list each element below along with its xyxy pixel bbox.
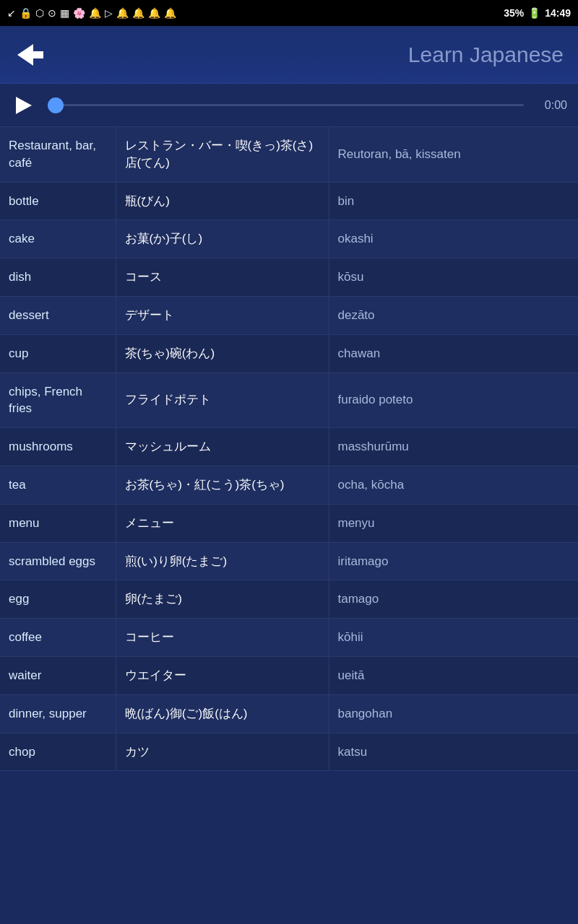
english-word: cake [0, 220, 116, 258]
english-word: tea [0, 466, 116, 504]
table-row[interactable]: mushroomsマッシュルームmasshurūmu [0, 428, 578, 466]
japanese-word: お茶(ちゃ)・紅(こう)茶(ちゃ) [116, 466, 329, 504]
english-word: scrambled eggs [0, 542, 116, 580]
english-word: cup [0, 334, 116, 372]
romaji-word: chawan [329, 334, 578, 372]
english-word: Restaurant, bar, café [0, 127, 116, 182]
table-row[interactable]: cup茶(ちゃ)碗(わん)chawan [0, 334, 578, 372]
english-word: mushrooms [0, 428, 116, 466]
romaji-word: dezāto [329, 296, 578, 334]
back-button[interactable] [14, 39, 46, 71]
page-title: Learn Japanese [408, 43, 564, 67]
app-header: Learn Japanese [0, 26, 578, 84]
time-display: 0:00 [535, 99, 567, 112]
table-row[interactable]: dinner, supper晩(ばん)御(ご)飯(はん)bangohan [0, 694, 578, 733]
status-bar: ↙ 🔒 ⬡ ⊙ ▦ 🌸 🔔 ▷ 🔔 🔔 🔔 🔔 35% 🔋 14:49 [0, 0, 578, 26]
english-word: dessert [0, 296, 116, 334]
japanese-word: 茶(ちゃ)碗(わん) [116, 334, 329, 372]
romaji-word: kōsu [329, 258, 578, 297]
circle-icon: ⊙ [48, 7, 56, 19]
table-row[interactable]: dishコースkōsu [0, 258, 578, 297]
romaji-word: ocha, kōcha [329, 466, 578, 504]
english-word: chips, French fries [0, 372, 116, 428]
romaji-word: Reutoran, bā, kissaten [329, 127, 578, 182]
status-icons: ↙ 🔒 ⬡ ⊙ ▦ 🌸 🔔 ▷ 🔔 🔔 🔔 🔔 [7, 7, 176, 19]
romaji-word: masshurūmu [329, 428, 578, 466]
english-word: waiter [0, 656, 116, 694]
arrow-icon: ↙ [7, 7, 16, 19]
japanese-word: 卵(たまご) [116, 580, 329, 619]
romaji-word: iritamago [329, 542, 578, 580]
play-button[interactable] [11, 92, 37, 118]
vocabulary-table: Restaurant, bar, caféレストラン・バー・喫(きっ)茶(さ)店… [0, 127, 578, 771]
status-right-info: 35% 🔋 14:49 [504, 7, 571, 19]
table-row[interactable]: waiterウエイターueitā [0, 656, 578, 694]
table-row[interactable]: Restaurant, bar, caféレストラン・バー・喫(きっ)茶(さ)店… [0, 127, 578, 182]
table-row[interactable]: cakeお菓(か)子(し)okashi [0, 220, 578, 258]
english-word: coffee [0, 619, 116, 657]
table-row[interactable]: dessertデザートdezāto [0, 296, 578, 334]
svg-rect-1 [30, 51, 43, 58]
english-word: chop [0, 733, 116, 771]
japanese-word: 瓶(びん) [116, 182, 329, 220]
table-row[interactable]: bottle瓶(びん)bin [0, 182, 578, 220]
romaji-word: ueitā [329, 656, 578, 694]
progress-thumb[interactable] [48, 97, 64, 113]
play-icon [16, 97, 32, 114]
romaji-word: bin [329, 182, 578, 220]
table-row[interactable]: coffeeコーヒーkōhii [0, 619, 578, 657]
app-icon-2: 🌸 [73, 7, 85, 19]
japanese-word: デザート [116, 296, 329, 334]
japanese-word: カツ [116, 733, 329, 771]
table-row[interactable]: scrambled eggs煎(い)り卵(たまご)iritamago [0, 542, 578, 580]
romaji-word: tamago [329, 580, 578, 619]
japanese-word: マッシュルーム [116, 428, 329, 466]
japanese-word: 晩(ばん)御(ご)飯(はん) [116, 694, 329, 733]
japanese-word: コーヒー [116, 619, 329, 657]
bell-icon-5: 🔔 [164, 7, 176, 19]
play-store-icon: ▷ [105, 7, 113, 19]
progress-bar[interactable] [48, 104, 524, 106]
table-row[interactable]: chopカツkatsu [0, 733, 578, 771]
romaji-word: bangohan [329, 694, 578, 733]
japanese-word: コース [116, 258, 329, 297]
table-row[interactable]: egg卵(たまご)tamago [0, 580, 578, 619]
romaji-word: katsu [329, 733, 578, 771]
japanese-word: お菓(か)子(し) [116, 220, 329, 258]
bell-icon-2: 🔔 [116, 7, 129, 19]
japanese-word: フライドポテト [116, 372, 329, 428]
table-row[interactable]: chips, French friesフライドポテトfuraido poteto [0, 372, 578, 428]
audio-player: 0:00 [0, 84, 578, 127]
bell-icon: 🔔 [89, 7, 101, 19]
english-word: menu [0, 504, 116, 542]
clock: 14:49 [545, 7, 571, 19]
bell-icon-4: 🔔 [148, 7, 160, 19]
english-word: dish [0, 258, 116, 297]
app-icon-1: ▦ [60, 7, 69, 19]
battery-level: 35% [504, 7, 524, 19]
romaji-word: kōhii [329, 619, 578, 657]
english-word: egg [0, 580, 116, 619]
japanese-word: ウエイター [116, 656, 329, 694]
japanese-word: 煎(い)り卵(たまご) [116, 542, 329, 580]
progress-track [48, 104, 524, 106]
romaji-word: menyu [329, 504, 578, 542]
english-word: dinner, supper [0, 694, 116, 733]
japanese-word: メニュー [116, 504, 329, 542]
bell-icon-3: 🔔 [132, 7, 144, 19]
english-word: bottle [0, 182, 116, 220]
table-row[interactable]: menuメニューmenyu [0, 504, 578, 542]
table-row[interactable]: teaお茶(ちゃ)・紅(こう)茶(ちゃ)ocha, kōcha [0, 466, 578, 504]
shield-icon: ⬡ [35, 7, 44, 19]
romaji-word: okashi [329, 220, 578, 258]
battery-icon: 🔋 [528, 7, 540, 19]
romaji-word: furaido poteto [329, 372, 578, 428]
security-icon: 🔒 [20, 7, 32, 19]
japanese-word: レストラン・バー・喫(きっ)茶(さ)店(てん) [116, 127, 329, 182]
